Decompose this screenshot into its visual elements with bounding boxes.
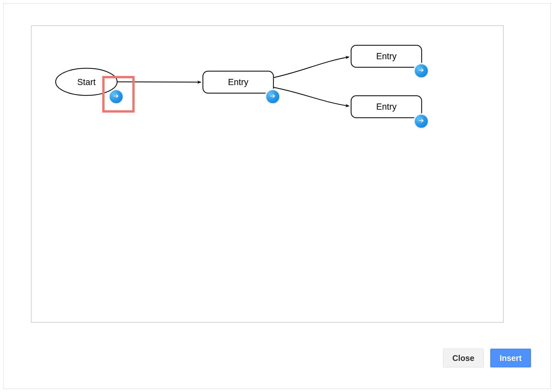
insert-button[interactable]: Insert [490, 349, 531, 367]
arrow-right-icon [269, 93, 276, 101]
add-button-entry-2[interactable] [414, 63, 429, 78]
node-entry-1[interactable]: Entry [203, 71, 273, 93]
diagram-canvas: Start Entry Entry Entry [31, 26, 504, 322]
close-button[interactable]: Close [443, 349, 484, 367]
node-start-label: Start [77, 77, 96, 87]
dialog-button-bar: Close Insert [443, 349, 531, 367]
dialog-panel: Start Entry Entry Entry [3, 3, 551, 389]
highlight-box [102, 76, 135, 113]
add-button-entry-3[interactable] [414, 114, 429, 129]
node-entry-1-label: Entry [228, 77, 249, 87]
edge-entry1-entry2 [273, 57, 349, 78]
edge-entry1-entry3 [273, 87, 349, 106]
arrow-right-icon [418, 117, 425, 125]
diagram-svg: Start Entry Entry Entry [31, 26, 503, 322]
add-button-entry-1[interactable] [265, 89, 280, 104]
node-entry-2-label: Entry [376, 51, 397, 61]
node-entry-3[interactable]: Entry [351, 96, 422, 118]
node-entry-3-label: Entry [376, 102, 397, 112]
node-entry-2[interactable]: Entry [351, 45, 422, 67]
arrow-right-icon [418, 67, 425, 75]
